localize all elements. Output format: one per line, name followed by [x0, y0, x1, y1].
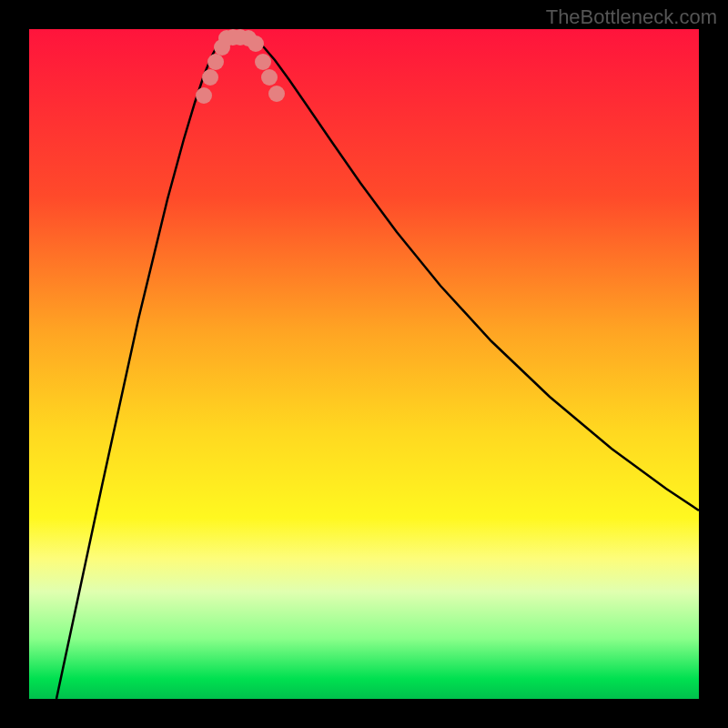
- marker-dot: [261, 69, 278, 86]
- marker-dot: [248, 35, 264, 52]
- marker-dot: [196, 87, 212, 104]
- markers-layer: [29, 29, 699, 699]
- chart-container: TheBottleneck.com: [0, 0, 728, 728]
- marker-dot: [268, 86, 285, 102]
- marker-dot: [202, 69, 218, 86]
- marker-dot: [207, 54, 224, 70]
- marker-dot: [255, 54, 271, 70]
- plot-area: [29, 29, 699, 699]
- watermark-text: TheBottleneck.com: [546, 5, 717, 29]
